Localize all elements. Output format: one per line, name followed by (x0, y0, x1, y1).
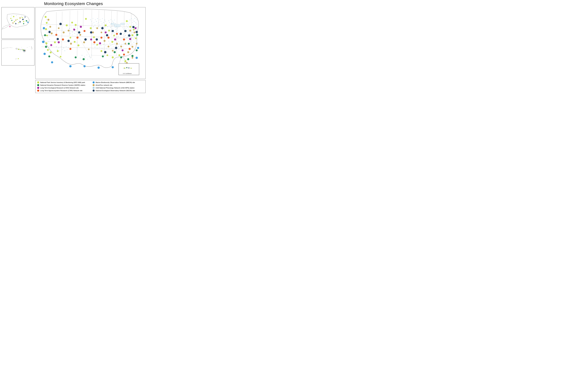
svg-point-160 (91, 21, 92, 22)
svg-point-80 (120, 23, 125, 25)
svg-point-177 (100, 27, 101, 28)
svg-point-422 (135, 57, 138, 59)
page-title: Monitoring Ecosystem Changes (1, 1, 146, 6)
svg-point-337 (68, 30, 69, 32)
svg-point-17 (19, 17, 21, 19)
ltar-dots-group (55, 30, 131, 55)
svg-point-304 (57, 50, 59, 52)
legend-container: National Park Service Inventory & Monito… (35, 80, 146, 93)
svg-point-235 (62, 49, 63, 50)
svg-point-117 (127, 32, 128, 33)
svg-point-341 (88, 49, 90, 50)
legend-item-mbon: Marine Biodiversity Observation Network … (93, 81, 144, 83)
svg-point-407 (124, 30, 127, 32)
svg-point-44 (31, 47, 32, 47)
svg-point-375 (90, 39, 92, 40)
svg-point-140 (118, 30, 118, 30)
svg-point-132 (116, 26, 117, 27)
svg-point-228 (58, 48, 59, 48)
svg-point-11 (19, 21, 21, 23)
svg-point-259 (124, 37, 124, 37)
svg-point-274 (134, 42, 134, 43)
svg-point-238 (69, 28, 70, 29)
svg-point-400 (90, 31, 92, 34)
svg-point-21 (11, 15, 12, 16)
svg-point-230 (63, 48, 64, 48)
svg-point-188 (112, 44, 113, 44)
svg-point-33 (9, 47, 9, 48)
svg-point-56 (22, 50, 22, 51)
svg-point-253 (124, 29, 124, 29)
svg-point-213 (102, 48, 102, 49)
svg-point-316 (96, 44, 98, 45)
svg-point-110 (128, 25, 129, 25)
svg-point-90 (137, 24, 137, 25)
svg-point-409 (132, 26, 135, 28)
legend-item-nerr: National Estuarine Research Reserve Syst… (37, 84, 88, 86)
svg-point-237 (67, 49, 67, 50)
svg-point-219 (47, 25, 47, 26)
svg-point-308 (71, 22, 73, 24)
legend-label-nps: National Park Service Inventory & Monito… (40, 81, 85, 83)
svg-point-411 (104, 51, 107, 54)
svg-point-289 (89, 56, 90, 57)
svg-point-54 (18, 58, 19, 59)
svg-point-85 (136, 19, 137, 20)
legend-item-nps: National Park Service Inventory & Monito… (37, 81, 88, 83)
svg-point-108 (129, 23, 130, 23)
svg-point-161 (94, 22, 94, 23)
svg-point-20 (27, 22, 28, 23)
svg-point-317 (105, 24, 107, 27)
svg-point-217 (48, 21, 48, 22)
alaska-map-svg (1, 7, 34, 39)
svg-point-135 (115, 27, 115, 27)
svg-point-334 (51, 32, 53, 34)
svg-point-283 (124, 62, 125, 63)
svg-point-278 (135, 41, 135, 41)
svg-point-221 (49, 30, 50, 30)
svg-point-257 (123, 35, 123, 35)
svg-point-165 (103, 22, 104, 23)
svg-point-95 (132, 29, 133, 29)
svg-line-72 (41, 30, 78, 31)
svg-point-265 (126, 44, 127, 45)
svg-point-296 (92, 59, 93, 59)
svg-point-5 (17, 19, 18, 20)
svg-point-351 (127, 51, 129, 53)
svg-point-232 (68, 48, 69, 48)
svg-point-166 (105, 21, 106, 22)
svg-point-262 (123, 41, 123, 41)
svg-point-329 (133, 29, 135, 30)
svg-point-324 (119, 54, 120, 56)
legend-label-mbon: Marine Biodiversity Observation Network … (96, 81, 135, 83)
svg-point-154 (93, 18, 93, 19)
legend-label-ameriflux: AmeriFlux network site (96, 84, 112, 86)
svg-point-383 (62, 39, 64, 41)
legend-dot-nerr (37, 84, 39, 86)
svg-point-389 (107, 37, 109, 39)
svg-point-371 (50, 44, 52, 46)
svg-point-388 (100, 37, 103, 39)
svg-point-380 (129, 38, 131, 40)
svg-point-48 (21, 47, 22, 47)
svg-point-266 (127, 37, 128, 37)
svg-point-100 (132, 32, 133, 33)
svg-point-393 (129, 48, 131, 50)
svg-point-172 (104, 25, 105, 25)
svg-point-249 (74, 33, 75, 34)
svg-point-79 (114, 24, 121, 27)
svg-point-144 (118, 32, 119, 33)
svg-point-298 (46, 22, 48, 24)
svg-line-58 (77, 11, 78, 57)
svg-point-86 (134, 21, 134, 22)
svg-point-106 (130, 20, 130, 20)
svg-point-416 (69, 65, 72, 68)
svg-point-7 (23, 21, 24, 22)
svg-point-408 (128, 34, 131, 37)
svg-point-404 (112, 30, 114, 32)
svg-point-123 (112, 21, 113, 22)
svg-point-405 (115, 47, 117, 49)
svg-point-358 (44, 34, 46, 36)
svg-point-412 (43, 27, 45, 29)
svg-point-151 (118, 36, 119, 37)
